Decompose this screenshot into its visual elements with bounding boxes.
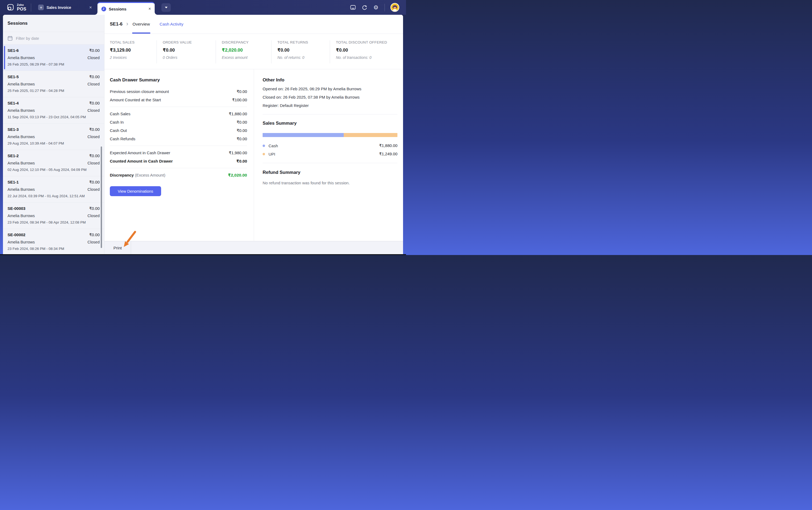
tab-sales-invoice-label: Sales Invoice [47, 5, 71, 10]
legend-row-upi: UPI ₹1,249.00 [263, 151, 397, 157]
session-user: Amelia Burrows [7, 214, 35, 218]
breadcrumb: SE1-6 [110, 22, 122, 27]
stat-total-discount: TOTAL DISCOUNT OFFERED ₹0.00 No. of tran… [330, 40, 403, 63]
row-counted-amount: Counted Amount in Cash Drawer₹0.00 [110, 157, 247, 165]
session-code: SE-00003 [7, 206, 26, 211]
session-code: SE1-3 [7, 127, 19, 132]
session-period: 25 Feb 2025, 01:27 PM - 04:28 PM [7, 89, 100, 93]
session-amount: ₹0.00 [89, 180, 100, 185]
session-user: Amelia Burrows [7, 240, 35, 244]
tab-list-dropdown-button[interactable] [161, 3, 171, 12]
session-status: Closed [88, 161, 100, 165]
session-period: 11 Sep 2024, 03:13 PM - 23 Oct 2024, 04:… [7, 115, 100, 119]
session-amount: ₹0.00 [89, 48, 100, 53]
refund-summary-title: Refund Summary [263, 170, 397, 175]
sync-button[interactable] [361, 5, 367, 10]
print-button[interactable]: Print [104, 241, 131, 254]
tab-cash-activity[interactable]: Cash Activity [159, 15, 183, 34]
filter-placeholder: Filter by date [16, 36, 39, 40]
close-sessions-icon[interactable]: × [149, 6, 151, 11]
cash-drawer-summary-title: Cash Drawer Summary [110, 77, 247, 83]
session-period: 22 Jul 2024, 03:39 PM - 01 Aug 2024, 12:… [7, 194, 100, 198]
user-avatar[interactable] [390, 3, 399, 12]
divider [263, 163, 397, 163]
session-list-item[interactable]: SE1-3₹0.00 Amelia BurrowsClosed 29 Aug 2… [3, 123, 104, 150]
session-period: 26 Feb 2025, 06:29 PM - 07:38 PM [7, 62, 100, 66]
tab-sessions[interactable]: Sessions × [97, 2, 155, 15]
session-status: Closed [88, 214, 100, 218]
session-code: SE1-1 [7, 180, 19, 184]
top-bar: Zoho POS + Sales Invoice × Sessions × [0, 0, 406, 15]
view-denominations-button[interactable]: View Denominations [110, 186, 161, 196]
plus-icon: + [38, 5, 44, 10]
refund-empty-message: No refund transaction was found for this… [263, 180, 397, 185]
session-period: 29 Aug 2024, 10:39 AM - 04:07 PM [7, 141, 100, 145]
window-bottom-edge [0, 254, 406, 255]
session-detail-panel: SE1-6 › Overview Cash Activity TOTAL SAL… [104, 15, 403, 254]
session-list-item[interactable]: SE1-2₹0.00 Amelia BurrowsClosed 02 Aug 2… [3, 150, 104, 176]
sales-summary-stacked-bar [263, 133, 397, 137]
session-status: Closed [88, 56, 100, 60]
tab-sales-invoice[interactable]: + Sales Invoice × [38, 5, 92, 10]
sidebar-title: Sessions [7, 21, 28, 26]
detail-footer: Print [104, 241, 403, 254]
row-cash-sales: Cash Sales₹1,880.00 [110, 110, 247, 118]
session-list-item[interactable]: SE1-5₹0.00 Amelia BurrowsClosed 25 Feb 2… [3, 71, 104, 97]
stats-row: TOTAL SALES ₹3,129.00 2 Invoices ORDERS … [104, 34, 403, 69]
session-amount: ₹0.00 [89, 206, 100, 211]
session-user: Amelia Burrows [7, 82, 35, 86]
stat-total-sales: TOTAL SALES ₹3,129.00 2 Invoices [110, 40, 156, 63]
row-cash-refunds: Cash Refunds₹0.00 [110, 135, 247, 143]
row-cash-out: Cash Out₹0.00 [110, 126, 247, 135]
gear-icon: ⚙ [373, 5, 379, 10]
session-user: Amelia Burrows [7, 56, 35, 60]
cash-drawer-button[interactable] [350, 5, 356, 10]
session-amount: ₹0.00 [89, 101, 100, 106]
session-list-item[interactable]: SE-00003₹0.00 Amelia BurrowsClosed 23 Fe… [3, 203, 104, 229]
upi-legend-dot [263, 153, 265, 155]
session-list-item[interactable]: SE1-4₹0.00 Amelia BurrowsClosed 11 Sep 2… [3, 97, 104, 123]
session-amount: ₹0.00 [89, 232, 100, 237]
close-sales-invoice-icon[interactable]: × [89, 5, 92, 10]
session-period: 02 Aug 2024, 12:10 PM - 05 Aug 2024, 04:… [7, 168, 100, 172]
session-code: SE1-4 [7, 101, 19, 105]
chevron-right-icon: › [126, 21, 128, 27]
bar-segment-cash [263, 133, 344, 137]
session-status: Closed [88, 240, 100, 244]
refresh-icon [362, 5, 367, 10]
brand-pos: POS [17, 7, 26, 11]
sales-summary-title: Sales Summary [263, 121, 397, 126]
bar-segment-upi [344, 133, 397, 137]
tab-overview[interactable]: Overview [133, 15, 150, 34]
session-status: Closed [88, 82, 100, 86]
stat-discrepancy: DISCREPANCY ₹2,020.00 Excess amount [216, 40, 271, 63]
settings-button[interactable]: ⚙ [373, 5, 379, 10]
cash-drawer-summary-section: Cash Drawer Summary Previous session clo… [104, 69, 254, 241]
session-code: SE1-2 [7, 153, 19, 158]
tab-sessions-label: Sessions [109, 7, 126, 11]
divider [110, 146, 247, 146]
filter-by-date-input[interactable]: Filter by date [3, 32, 104, 45]
session-status: Closed [88, 135, 100, 139]
session-user: Amelia Burrows [7, 187, 35, 192]
chevron-down-icon [165, 7, 168, 8]
session-code: SE-00002 [7, 232, 26, 237]
row-discrepancy: Discrepancy (Excess Amount) ₹2,020.00 [110, 171, 247, 179]
session-period: 23 Feb 2024, 08:34 PM - 08 Apr 2024, 12:… [7, 220, 100, 224]
brand-zoho: Zoho [17, 4, 26, 6]
sidebar-scrollbar[interactable] [101, 146, 102, 248]
session-user: Amelia Burrows [7, 161, 35, 165]
session-amount: ₹0.00 [89, 127, 100, 132]
session-status: Closed [88, 187, 100, 192]
session-list-item[interactable]: SE-00002₹0.00 Amelia BurrowsClosed 23 Fe… [3, 229, 104, 254]
session-amount: ₹0.00 [89, 75, 100, 79]
clock-icon [101, 6, 106, 11]
session-user: Amelia Burrows [7, 135, 35, 139]
cash-legend-dot [263, 145, 265, 147]
session-user: Amelia Burrows [7, 108, 35, 113]
divider [110, 168, 247, 168]
session-list-item[interactable]: SE1-1₹0.00 Amelia BurrowsClosed 22 Jul 2… [3, 176, 104, 203]
session-amount: ₹0.00 [89, 153, 100, 158]
session-list-item[interactable]: SE1-6₹0.00 Amelia BurrowsClosed 26 Feb 2… [3, 45, 104, 71]
opened-on-line: Opened on: 26 Feb 2025, 06:29 PM by Amel… [263, 87, 397, 91]
